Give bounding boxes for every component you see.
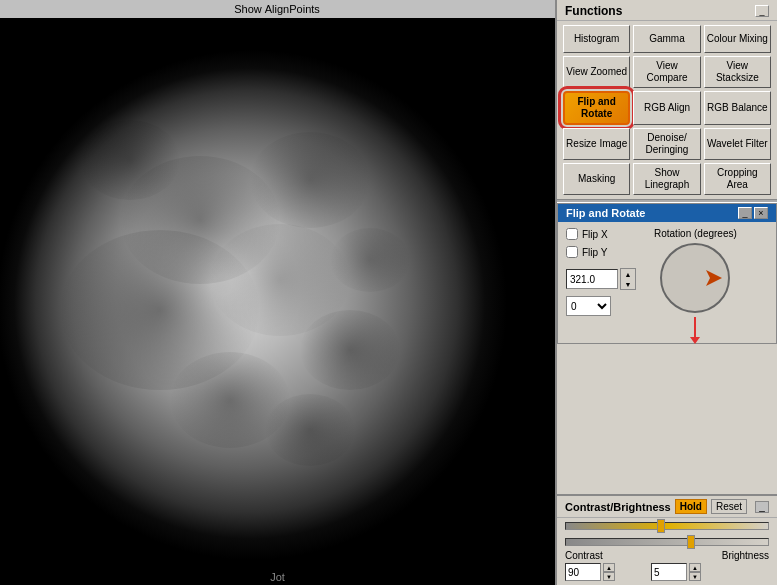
histogram-btn[interactable]: Histogram: [563, 25, 630, 53]
contrast-header: Contrast/Brightness Hold Reset _: [557, 496, 777, 518]
flip-rotate-minimize-btn[interactable]: _: [738, 207, 752, 219]
moon-image: [0, 0, 555, 585]
view-zoomed-btn[interactable]: View Zoomed: [563, 56, 630, 88]
brightness-input-group: ▲ ▼: [651, 563, 701, 581]
flip-y-checkbox[interactable]: [566, 246, 578, 258]
contrast-minimize-btn[interactable]: _: [755, 501, 769, 513]
reset-button[interactable]: Reset: [711, 499, 747, 514]
brightness-up-btn[interactable]: ▲: [689, 563, 701, 572]
flip-x-checkbox[interactable]: [566, 228, 578, 240]
contrast-down-btn[interactable]: ▼: [603, 572, 615, 581]
flip-rotate-panel-header: Flip and Rotate _ ×: [558, 204, 776, 222]
slider-labels: Contrast Brightness: [557, 550, 777, 561]
brightness-label: Brightness: [722, 550, 769, 561]
brightness-value-input[interactable]: [651, 563, 687, 581]
contrast-value-input[interactable]: [565, 563, 601, 581]
gamma-btn[interactable]: Gamma: [633, 25, 700, 53]
resize-image-btn[interactable]: Resize Image: [563, 128, 630, 160]
flip-y-row: Flip Y: [566, 246, 646, 258]
contrast-spinner: ▲ ▼: [603, 563, 615, 581]
rgb-align-btn[interactable]: RGB Align: [633, 91, 700, 125]
linegraph-btn[interactable]: Show Linegraph: [633, 163, 700, 195]
degree-dropdown[interactable]: 0 90 180 270: [566, 296, 611, 316]
image-viewer: Show AlignPoints Jot: [0, 0, 555, 585]
flip-rotate-close-btn[interactable]: ×: [754, 207, 768, 219]
contrast-slider-track[interactable]: [565, 522, 769, 530]
functions-grid: Histogram Gamma Colour Mixing View Zoome…: [557, 21, 777, 199]
rotation-dial-svg: [658, 241, 732, 315]
degree-input[interactable]: [566, 269, 618, 289]
brightness-slider-track[interactable]: [565, 538, 769, 546]
contrast-section: Contrast/Brightness Hold Reset _ Contras…: [557, 494, 777, 585]
functions-title: Functions: [565, 4, 622, 18]
red-arrow: [694, 317, 696, 337]
brightness-spinner: ▲ ▼: [689, 563, 701, 581]
value-input-row: ▲ ▼ ▲ ▼: [557, 561, 777, 585]
flip-rotate-title: Flip and Rotate: [566, 207, 645, 219]
contrast-label: Contrast: [565, 550, 603, 561]
functions-header: Functions _: [557, 0, 777, 21]
brightness-slider-section: [557, 534, 777, 550]
flip-rotate-btn[interactable]: Flip and Rotate: [563, 91, 630, 125]
flip-y-label: Flip Y: [582, 247, 607, 258]
functions-minimize-btn[interactable]: _: [755, 5, 769, 17]
flip-rotate-panel: Flip and Rotate _ × Flip X Flip Y: [557, 203, 777, 344]
flip-x-label: Flip X: [582, 229, 608, 240]
cropping-btn[interactable]: Cropping Area: [704, 163, 771, 195]
degree-up-btn[interactable]: ▲: [621, 269, 635, 279]
masking-btn[interactable]: Masking: [563, 163, 630, 195]
flip-x-row: Flip X: [566, 228, 646, 240]
contrast-input-group: ▲ ▼: [565, 563, 615, 581]
degree-spinner: ▲ ▼: [620, 268, 636, 290]
colour-mixing-btn[interactable]: Colour Mixing: [704, 25, 771, 53]
right-panel: Functions _ Histogram Gamma Colour Mixin…: [555, 0, 777, 585]
hold-button[interactable]: Hold: [675, 499, 707, 514]
wavelet-btn[interactable]: Wavelet Filter: [704, 128, 771, 160]
spacer: [557, 344, 777, 494]
rotation-dial-container[interactable]: [658, 241, 732, 315]
contrast-slider-thumb[interactable]: [657, 519, 665, 533]
degree-down-btn[interactable]: ▼: [621, 279, 635, 289]
contrast-slider-section: [557, 518, 777, 534]
denoise-btn[interactable]: Denoise/ Deringing: [633, 128, 700, 160]
contrast-up-btn[interactable]: ▲: [603, 563, 615, 572]
brightness-slider-thumb[interactable]: [687, 535, 695, 549]
contrast-title: Contrast/Brightness: [565, 501, 671, 513]
brightness-down-btn[interactable]: ▼: [689, 572, 701, 581]
rgb-balance-btn[interactable]: RGB Balance: [704, 91, 771, 125]
view-compare-btn[interactable]: View Compare: [633, 56, 700, 88]
view-stacksize-btn[interactable]: View Stacksize: [704, 56, 771, 88]
jot-label: Jot: [270, 571, 285, 583]
rotation-label: Rotation (degrees): [654, 228, 737, 239]
